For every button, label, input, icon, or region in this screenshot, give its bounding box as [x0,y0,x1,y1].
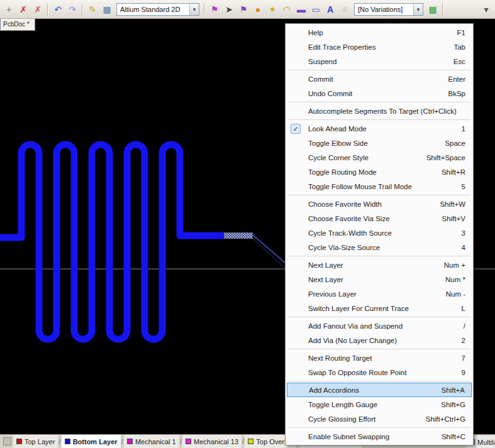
menu-item-shortcut: Shift+C [442,433,472,440]
menu-item-label: Cycle Via-Size Source [304,244,462,251]
undo-icon[interactable]: ↶ [51,3,65,16]
menu-item-next-layer[interactable]: Next LayerNum * [287,272,472,287]
layer-tab-divider: / [58,437,60,446]
menu-item-choose-favorite-via-size[interactable]: Choose Favorite Via SizeShift+V [287,211,472,226]
main-toolbar: +✗✗↶↷✎▦Altium Standard 2D▾⚑➤⚑●✶◠▬▭A≡[No … [0,0,495,19]
menu-item-toggle-elbow-side[interactable]: Toggle Elbow SideSpace [287,136,472,150]
menu-item-autocomplete-segments-to-target-ctrl-click[interactable]: Autocomplete Segments To Target (Ctrl+Cl… [287,104,472,118]
menu-separator [288,349,470,349]
menu-item-shortcut: Shift+R [442,168,472,176]
menu-item-commit[interactable]: CommitEnter [287,72,472,86]
key-icon[interactable]: ✶ [265,3,279,16]
menu-item-shortcut: Num - [446,290,472,298]
menu-item-label: Cycle Glossing Effort [304,415,426,423]
menu-item-shortcut: Enter [448,75,472,83]
menu-item-add-via-no-layer-change[interactable]: Add Via (No Layer Change)2 [287,333,472,347]
menu-item-label: Autocomplete Segments To Target (Ctrl+Cl… [304,107,465,115]
menu-item-shortcut: 7 [462,354,472,362]
layer-tab-divider: / [242,437,244,446]
dimension-icon[interactable]: ≡ [338,3,352,16]
document-tab[interactable]: PcbDoc * [0,19,35,31]
menu-item-label: Enable Subnet Swapping [304,433,442,440]
menu-item-cycle-glossing-effort[interactable]: Cycle Glossing EffortShift+Ctrl+G [287,412,472,426]
pencil-edit-icon[interactable]: ✎ [86,3,99,16]
menu-separator [288,119,470,120]
layer-color-swatch [186,439,191,444]
string-icon[interactable]: A [323,3,337,16]
menu-item-toggle-routing-mode[interactable]: Toggle Routing ModeShift+R [287,165,472,179]
menu-item-label: Next Layer [304,261,444,269]
interactive-routing-icon[interactable]: ⚑ [236,3,250,16]
menu-separator [288,195,470,195]
region-icon[interactable]: ▭ [309,3,323,16]
redo-icon[interactable]: ↷ [65,3,79,16]
menu-item-label: Toggle Routing Mode [304,168,442,176]
look-ahead-guide-line-2 [253,239,286,269]
menu-item-toggle-follow-mouse-trail-mode[interactable]: Toggle Follow Mouse Trail Mode5 [287,179,472,194]
menu-item-label: Commit [304,75,448,83]
serpentine-trace[interactable] [0,145,224,339]
menu-item-label: Toggle Elbow Side [304,139,445,147]
move-cross-icon[interactable]: + [2,3,16,16]
board-icon[interactable]: ▦ [426,3,440,16]
menu-item-shortcut: Num + [444,261,472,269]
menu-item-undo-commit[interactable]: Undo CommitBkSp [287,86,472,101]
menu-item-edit-trace-properties[interactable]: Edit Trace PropertiesTab [287,40,472,54]
menu-item-shortcut: Num * [445,276,472,283]
menu-item-swap-to-opposite-route-point[interactable]: Swap To Opposite Route Point9 [287,365,472,380]
menu-item-add-accordions[interactable]: Add AccordionsShift+A [287,383,472,397]
pad-icon[interactable]: ● [251,3,265,16]
menu-item-look-ahead-mode[interactable]: ✓Look Ahead Mode1 [287,121,472,136]
layer-tab-label: Multilayer [477,439,495,446]
variations-select-value: [No Variations] [355,6,413,13]
menu-item-shortcut: Space [445,139,472,147]
layer-tab-label: Mechanical 13 [194,438,238,445]
menu-item-label: Help [304,29,457,36]
checkmark-icon: ✓ [287,124,304,134]
menu-item-switch-layer-for-current-trace[interactable]: Switch Layer For Current TraceL [287,301,472,315]
dropdown-arrow-icon[interactable]: ▾ [189,4,199,15]
dropdown-arrow-icon[interactable]: ▾ [413,4,423,15]
menu-item-next-layer[interactable]: Next LayerNum + [287,258,472,272]
menu-item-label: Choose Favorite Via Size [304,215,442,222]
menu-item-choose-favorite-width[interactable]: Choose Favorite WidthShift+W [287,197,472,211]
clear-all-x-icon[interactable]: ✗ [31,3,45,16]
menu-item-toggle-length-gauge[interactable]: Toggle Length GaugeShift+G [287,397,472,412]
release-flag-icon[interactable]: ⚑ [208,3,221,16]
menu-item-label: Toggle Follow Mouse Trail Mode [304,183,462,190]
menu-item-shortcut: 2 [462,337,472,344]
menu-item-suspend[interactable]: SuspendEsc [287,54,472,68]
toolbar-separator [442,3,443,16]
route-arrow-icon[interactable]: ➤ [222,3,236,16]
fill-icon[interactable]: ▬ [294,3,308,16]
layer-sets-button[interactable] [3,437,11,445]
menu-item-next-routing-target[interactable]: Next Routing Target7 [287,351,472,365]
snippets-icon[interactable]: ▦ [100,3,114,16]
menu-item-previous-layer[interactable]: Previous LayerNum - [287,287,472,301]
menu-item-cycle-via-size-source[interactable]: Cycle Via-Size Source4 [287,240,472,254]
toolbar-overflow-arrow-icon[interactable]: ▾ [479,3,493,16]
layer-tab-mechanical-13[interactable]: Mechanical 13 [182,435,242,448]
menu-item-shortcut: Shift+V [442,215,472,222]
menu-separator [288,102,470,102]
layer-tab-mechanical-1[interactable]: Mechanical 1 [124,435,179,448]
layer-tab-top-layer[interactable]: Top Layer [13,435,58,448]
view-configuration-select[interactable]: Altium Standard 2D▾ [116,3,199,16]
menu-item-label: Suspend [304,58,453,65]
variations-select[interactable]: [No Variations]▾ [354,3,423,16]
menu-item-label: Next Layer [304,276,445,283]
menu-item-label: Swap To Opposite Route Point [304,369,462,376]
hatched-trace-segment[interactable] [224,232,253,239]
menu-item-shortcut: F1 [457,29,472,36]
menu-item-enable-subnet-swapping[interactable]: Enable Subnet SwappingShift+C [287,429,472,444]
menu-item-cycle-corner-style[interactable]: Cycle Corner StyleShift+Space [287,150,472,165]
menu-item-help[interactable]: HelpF1 [287,25,472,40]
menu-item-add-fanout-via-and-suspend[interactable]: Add Fanout Via and Suspend/ [287,319,472,333]
menu-item-cycle-track-width-source[interactable]: Cycle Track-Width Source3 [287,226,472,240]
layer-tab-bottom-layer[interactable]: Bottom Layer [62,435,121,448]
clear-net-x-icon[interactable]: ✗ [16,3,30,16]
toolbar-separator [47,3,48,16]
arc-icon[interactable]: ◠ [280,3,294,16]
menu-item-shortcut: 5 [462,183,472,190]
menu-separator [288,427,470,428]
